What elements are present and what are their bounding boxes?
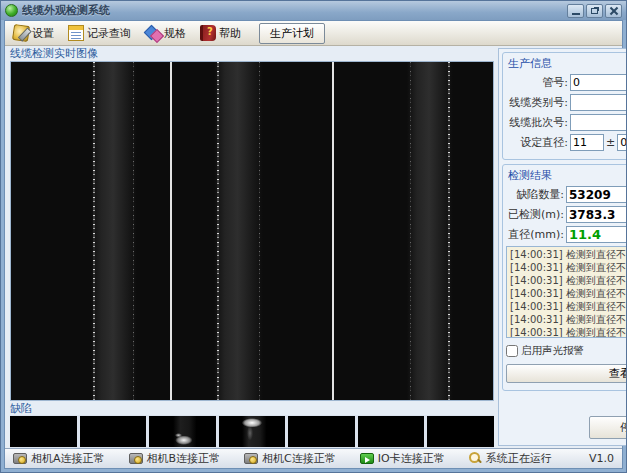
- restore-icon: [591, 8, 598, 14]
- production-plan-button[interactable]: 生产计划: [259, 23, 325, 44]
- sound-light-alarm-checkbox[interactable]: [506, 345, 518, 357]
- toolbar-spec-label: 规格: [164, 26, 186, 41]
- diameter-label: 直径(mm):: [506, 227, 564, 242]
- live-image-column: 线缆检测实时图像: [5, 46, 494, 448]
- production-info-title: 生产信息: [508, 56, 627, 71]
- toolbar-settings[interactable]: 设置: [11, 24, 56, 42]
- app-icon: [5, 4, 18, 17]
- status-io-card: IO卡连接正常: [360, 451, 445, 466]
- sound-light-alarm-label: 启用声光报警: [521, 344, 627, 358]
- wire-edge: [410, 62, 411, 400]
- main-frame: 设置 记录查询 规格 ? 帮助 生产计划 线缆检测实时图像: [4, 20, 623, 469]
- camera-icon: [129, 453, 143, 464]
- tolerance-input[interactable]: [617, 134, 627, 151]
- diameter-value: [566, 226, 627, 243]
- content: 线缆检测实时图像: [5, 46, 622, 448]
- camera-panel-b: [172, 62, 331, 400]
- defect-thumbnail[interactable]: [288, 416, 355, 447]
- window-title: 线缆外观检测系统: [22, 3, 563, 18]
- title-bar: 线缆外观检测系统: [1, 1, 626, 20]
- defect-count-value: [566, 186, 627, 203]
- defect-count-label: 缺陷数量:: [506, 187, 564, 202]
- tube-number-input[interactable]: [570, 74, 627, 91]
- defect-thumbnail[interactable]: [80, 416, 147, 447]
- status-camera-a-label: 相机A连接正常: [31, 451, 105, 466]
- view-all-defects-button[interactable]: 查看所有缺陷: [506, 364, 627, 383]
- wire-edge: [133, 62, 134, 400]
- camera-icon: [244, 453, 258, 464]
- help-icon: ?: [200, 25, 216, 41]
- plus-minus-sign: ±: [606, 136, 615, 149]
- camera-panel-a: [11, 62, 170, 400]
- log-entry: [14:00:31] 检测到直径不合格: [510, 326, 627, 337]
- defect-thumbnail[interactable]: [149, 416, 216, 447]
- defect-strip-label: 缺陷: [10, 402, 494, 415]
- wire-edge: [93, 62, 95, 400]
- window-controls: [567, 4, 622, 18]
- cable-category-select[interactable]: [570, 94, 627, 111]
- toolbar-record-query-label: 记录查询: [87, 26, 131, 41]
- detection-results-group: 检测结果 缺陷数量: 清零 已检测(m): 清零 直径(mm):: [502, 164, 627, 391]
- magnifier-icon: [469, 452, 482, 465]
- set-diameter-input[interactable]: [570, 134, 604, 151]
- tube-number-label: 管号:: [506, 75, 568, 90]
- status-system-running-label: 系统正在运行: [486, 451, 552, 466]
- live-image-label: 线缆检测实时图像: [10, 47, 494, 61]
- minimize-icon: [572, 13, 580, 15]
- live-image-area: [10, 61, 494, 401]
- version-label: V1.0: [589, 452, 614, 465]
- wire-edge: [448, 62, 450, 400]
- measured-length-label: 已检测(m):: [506, 207, 564, 222]
- toolbar-settings-label: 设置: [32, 26, 54, 41]
- sidebar: 生产信息 管号: 线缆类别号: 线缆批次号:: [498, 48, 627, 446]
- defect-thumbnail[interactable]: [219, 416, 286, 447]
- wire-band: [91, 62, 137, 400]
- camera-panel-c: [334, 62, 493, 400]
- status-camera-c-label: 相机C连接正常: [262, 451, 336, 466]
- alarm-row: 启用声光报警 报警复位: [506, 342, 627, 360]
- status-camera-a: 相机A连接正常: [13, 451, 105, 466]
- wire-band: [407, 62, 453, 400]
- toolbar-spec[interactable]: 规格: [143, 24, 188, 42]
- toolbar-help-label: 帮助: [219, 26, 241, 41]
- log-entry: [14:00:31] 检测到直径不合格: [510, 261, 627, 274]
- status-camera-b: 相机B连接正常: [129, 451, 221, 466]
- minimize-button[interactable]: [567, 4, 584, 18]
- log-entry: [14:00:31] 检测到直径不合格: [510, 313, 627, 326]
- record-query-icon: [68, 25, 84, 41]
- defect-thumbnail-strip: [10, 415, 494, 448]
- detection-results-title: 检测结果: [508, 168, 627, 183]
- close-button[interactable]: [605, 4, 622, 18]
- status-bar: 相机A连接正常 相机B连接正常 相机C连接正常 IO卡连接正常 系统正在运行 V…: [5, 448, 622, 468]
- toolbar-record-query[interactable]: 记录查询: [66, 24, 133, 42]
- wire-edge: [217, 62, 219, 400]
- detection-log-box: [14:00:31] 检测到直径不合格 [14:00:31] 检测到直径不合格 …: [506, 246, 627, 338]
- close-icon: [609, 6, 619, 16]
- cable-batch-label: 线缆批次号:: [506, 115, 568, 130]
- camera-icon: [13, 453, 27, 464]
- set-diameter-label: 设定直径:: [506, 135, 568, 150]
- wire-band: [214, 62, 263, 400]
- defect-thumbnail[interactable]: [427, 416, 494, 447]
- restore-button[interactable]: [586, 4, 603, 18]
- cable-batch-select[interactable]: [570, 114, 627, 131]
- help-glyph: ?: [207, 26, 213, 37]
- toolbar-help[interactable]: ? 帮助: [198, 24, 243, 42]
- detection-log-list[interactable]: [14:00:31] 检测到直径不合格 [14:00:31] 检测到直径不合格 …: [507, 247, 627, 337]
- status-system-running: 系统正在运行: [469, 451, 552, 466]
- defect-thumbnail[interactable]: [358, 416, 425, 447]
- log-entry: [14:00:31] 检测到直径不合格: [510, 248, 627, 261]
- log-entry: [14:00:31] 检测到直径不合格: [510, 287, 627, 300]
- io-card-icon: [360, 453, 374, 464]
- log-entry: [14:00:31] 检测到直径不合格: [510, 300, 627, 313]
- toolbar: 设置 记录查询 规格 ? 帮助 生产计划: [5, 21, 622, 46]
- spec-icon: [145, 25, 161, 41]
- defect-thumbnail[interactable]: [10, 416, 77, 447]
- wire-edge: [259, 62, 260, 400]
- status-io-card-label: IO卡连接正常: [378, 451, 445, 466]
- stop-detection-button[interactable]: 停止检测: [589, 416, 627, 439]
- production-info-group: 生产信息 管号: 线缆类别号: 线缆批次号:: [502, 52, 627, 160]
- measured-length-value: [566, 206, 627, 223]
- app-window: 线缆外观检测系统 设置 记录查询 规格 ? 帮助: [0, 0, 627, 473]
- settings-icon: [12, 24, 30, 42]
